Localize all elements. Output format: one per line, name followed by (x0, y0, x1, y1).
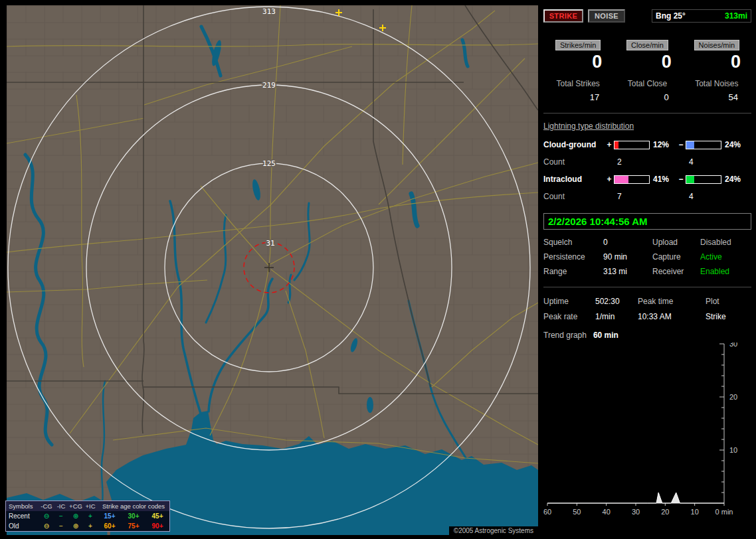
trend-chart-canvas: 1020306050403020100 min (543, 343, 749, 516)
close-per-min: Close/min 0 (613, 40, 682, 72)
cg-positive-pct: 12% (650, 140, 676, 149)
cloud-ground-label: Cloud-ground (543, 140, 605, 149)
legend-header-row: Symbols -CG -IC +CG +IC Strike age color… (6, 501, 169, 511)
peak-time-label: Peak time (638, 297, 706, 306)
pos-cg-recent-icon: ⊕ (68, 512, 83, 520)
rate-boxes: Strikes/min 0 Close/min 0 Noises/min 0 (543, 40, 751, 72)
capture-status: Active (700, 252, 751, 262)
uptime-value: 502:30 (595, 297, 638, 306)
bearing-value: Bng 25° (656, 11, 686, 21)
separator (543, 287, 751, 287)
trend-graph-row: Trend graph 60 min (543, 331, 751, 340)
age-60: 60+ (98, 522, 122, 530)
cloud-ground-row: Cloud-ground + 12% − 24% (543, 136, 751, 153)
minus-sign: − (676, 175, 686, 184)
neg-ic-recent-icon: − (54, 512, 68, 520)
cg-positive-bar-fill (614, 141, 618, 149)
uptime-grid: Uptime 502:30 Peak time Plot Peak rate 1… (543, 297, 751, 321)
plus-sign: + (605, 175, 614, 184)
pos-cg-old-icon: ⊕ (68, 522, 83, 530)
ic-negative-bar (686, 175, 721, 184)
receiver-status: Enabled (700, 267, 751, 276)
capture-label: Capture (652, 252, 700, 262)
svg-text:10: 10 (729, 446, 737, 454)
legend-col-neg-cg: -CG (39, 502, 54, 510)
pos-ic-recent-icon: + (83, 512, 98, 520)
trend-graph-window: 60 min (593, 331, 618, 340)
age-90: 90+ (145, 522, 169, 530)
cg-positive-bar (614, 141, 650, 149)
ring-label-125: 125 (262, 159, 276, 168)
bearing-box: Bng 25° 313mi (652, 9, 751, 23)
neg-ic-old-icon: − (54, 522, 68, 530)
ring-label-313: 313 (262, 7, 276, 16)
copyright-notice: ©2005 Astrogenic Systems (449, 526, 538, 535)
svg-text:40: 40 (603, 508, 611, 516)
receiver-label: Receiver (652, 267, 700, 276)
persistence-label: Persistence (543, 252, 603, 262)
age-75: 75+ (122, 522, 145, 530)
legend-old-row: Old ⊖ − ⊕ + 60+ 75+ 90+ (6, 521, 169, 531)
totals-row: Total Strikes 17 Total Close 0 Total Noi… (543, 79, 751, 102)
svg-text:10: 10 (691, 508, 699, 516)
timestamp-box: 2/2/2026 10:44:56 AM (543, 213, 751, 230)
ring-label-31: 31 (266, 239, 274, 248)
total-strikes-label: Total Strikes (543, 79, 613, 88)
current-timestamp: 2/2/2026 10:44:56 AM (548, 216, 648, 227)
svg-text:0 min: 0 min (715, 508, 733, 516)
neg-cg-recent-icon: ⊖ (39, 512, 54, 520)
total-close-label: Total Close (613, 79, 682, 88)
noises-per-min-value: 0 (682, 52, 751, 72)
mode-button-row: STRIKE NOISE Bng 25° 313mi (543, 9, 751, 23)
upload-status: Disabled (700, 238, 751, 247)
total-noises: Total Noises 54 (682, 79, 751, 102)
legend-recent-ages: 15+ 30+ 45+ (98, 512, 169, 520)
peak-rate-value: 1/min (595, 312, 638, 321)
noises-per-min: Noises/min 0 (682, 40, 751, 72)
legend-col-pos-ic: +IC (83, 502, 98, 510)
total-noises-label: Total Noises (682, 79, 751, 88)
noises-per-min-label: Noises/min (694, 40, 739, 50)
strike-mode-button[interactable]: STRIKE (543, 9, 583, 23)
legend-old-ages: 60+ 75+ 90+ (98, 522, 169, 530)
squelch-label: Squelch (543, 238, 603, 247)
pos-ic-old-icon: + (83, 522, 98, 530)
plot-label: Plot (706, 297, 751, 306)
legend-col-pos-cg: +CG (68, 502, 83, 510)
age-45: 45+ (145, 512, 169, 520)
count-label: Count (543, 157, 605, 167)
legend-age-title: Strike age color codes (98, 502, 169, 510)
intracloud-label: Intracloud (543, 175, 605, 184)
cg-negative-bar-fill (686, 141, 694, 149)
ic-negative-count: 4 (686, 192, 721, 201)
intracloud-row: Intracloud + 41% − 24% (543, 171, 751, 188)
legend-recent-label: Recent (6, 512, 39, 520)
svg-text:30: 30 (632, 508, 640, 516)
age-30: 30+ (122, 512, 145, 520)
range-label: Range (543, 267, 603, 276)
svg-text:20: 20 (661, 508, 669, 516)
svg-text:60: 60 (543, 508, 551, 516)
noise-mode-button[interactable]: NOISE (588, 9, 625, 23)
legend-symbols-title: Symbols (6, 502, 39, 510)
ic-positive-bar (614, 175, 650, 184)
legend-recent-row: Recent ⊖ − ⊕ + 15+ 30+ 45+ (6, 511, 169, 521)
upload-label: Upload (652, 238, 700, 247)
ic-positive-count: 7 (614, 192, 650, 201)
trend-graph-label: Trend graph (543, 331, 587, 340)
neg-cg-old-icon: ⊖ (39, 522, 54, 530)
range-value: 313 mi (603, 267, 652, 276)
count-label: Count (543, 192, 605, 201)
cg-negative-pct: 24% (721, 140, 751, 149)
plot-value: Strike (706, 312, 751, 321)
total-strikes: Total Strikes 17 (543, 79, 613, 102)
persistence-value: 90 min (603, 252, 652, 262)
settings-grid: Squelch 0 Upload Disabled Persistence 90… (543, 238, 751, 276)
ic-negative-bar-fill (686, 176, 694, 183)
total-close-value: 0 (613, 92, 682, 102)
strikes-per-min-value: 0 (543, 52, 613, 72)
map-legend: Symbols -CG -IC +CG +IC Strike age color… (5, 501, 170, 532)
svg-text:30: 30 (729, 343, 737, 348)
total-noises-value: 54 (682, 92, 751, 102)
legend-col-neg-ic: -IC (54, 502, 68, 510)
